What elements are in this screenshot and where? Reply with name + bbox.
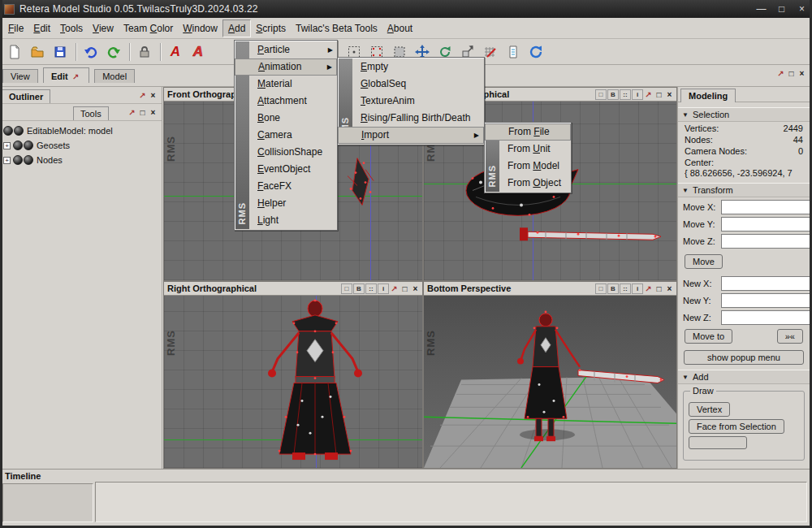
tree-row-geosets[interactable]: + Geosets bbox=[0, 138, 162, 153]
menu-view[interactable]: View bbox=[88, 20, 119, 37]
menu-item-attachment[interactable]: Attachment bbox=[235, 93, 337, 110]
menu-item-facefx[interactable]: FaceFX bbox=[235, 178, 337, 195]
expand-icon[interactable]: + bbox=[3, 142, 11, 149]
menu-add[interactable]: Add bbox=[222, 19, 251, 37]
viewport-toggle-1[interactable]: □ bbox=[341, 283, 352, 294]
tab-edit[interactable]: Edit↗ bbox=[43, 67, 89, 83]
viewport-toggle-1[interactable]: □ bbox=[595, 283, 607, 294]
viewport-toggle-1[interactable]: □ bbox=[595, 89, 607, 100]
viewport-toggle-3[interactable]: :: bbox=[620, 89, 631, 100]
menu-item-animation[interactable]: Animation▶ bbox=[235, 58, 337, 76]
menu-item-collisionshape[interactable]: CollisionShape bbox=[235, 144, 337, 161]
tree-row-nodes[interactable]: + Nodes bbox=[0, 153, 162, 167]
maximize-icon[interactable]: □ bbox=[654, 90, 664, 99]
tab-view[interactable]: View bbox=[2, 69, 38, 83]
menu-window[interactable]: Window bbox=[178, 20, 222, 37]
maximize-icon[interactable]: □ bbox=[400, 284, 410, 293]
draw-partial-button[interactable] bbox=[689, 436, 747, 449]
vertex-tool-a-button[interactable]: A bbox=[165, 41, 186, 63]
new-z-input[interactable] bbox=[721, 310, 810, 325]
viewport-toggle-3[interactable]: :: bbox=[365, 283, 377, 294]
close-icon[interactable]: × bbox=[797, 69, 807, 78]
menu-item-camera[interactable]: Camera bbox=[235, 127, 337, 144]
visibility-eye-icon[interactable] bbox=[24, 141, 33, 150]
popout-icon[interactable]: ↗ bbox=[643, 90, 654, 99]
tab-modeling[interactable]: Modeling bbox=[680, 89, 736, 102]
undo-button[interactable] bbox=[80, 41, 102, 63]
refresh-button[interactable] bbox=[525, 41, 546, 63]
menu-item-helper[interactable]: Helper bbox=[235, 195, 337, 212]
menu-item-eventobject[interactable]: EventObject bbox=[235, 161, 337, 178]
menu-item-from-file[interactable]: From File bbox=[485, 123, 571, 141]
menu-item-textureanim[interactable]: TextureAnim bbox=[338, 93, 484, 110]
window-maximize-button[interactable]: □ bbox=[771, 0, 792, 18]
close-icon[interactable]: × bbox=[148, 91, 158, 100]
tab-model[interactable]: Model bbox=[94, 69, 135, 83]
new-file-button[interactable] bbox=[4, 41, 25, 63]
visibility-eye-icon[interactable] bbox=[3, 126, 13, 136]
popout-icon[interactable]: ↗ bbox=[775, 69, 786, 78]
menu-item-empty[interactable]: Empty bbox=[338, 58, 484, 76]
selection-section-header[interactable]: ▼ Selection bbox=[678, 107, 810, 122]
visibility-eye-icon[interactable] bbox=[13, 155, 23, 165]
add-section-header[interactable]: ▼ Add bbox=[678, 370, 810, 384]
viewport-toggle-3[interactable]: :: bbox=[620, 283, 631, 294]
move-to-button[interactable]: Move to bbox=[685, 329, 732, 344]
tab-tools[interactable]: Tools bbox=[73, 106, 109, 120]
face-from-selection-button[interactable]: Face from Selection bbox=[689, 419, 784, 434]
move-z-input[interactable] bbox=[721, 234, 810, 249]
menu-item-import[interactable]: Import▶ bbox=[338, 127, 484, 144]
move-x-input[interactable] bbox=[721, 200, 810, 214]
popout-icon[interactable]: ↗ bbox=[389, 284, 400, 293]
menu-item-from-unit[interactable]: From Unit bbox=[485, 141, 571, 158]
menu-item-rising-falling-birth-death[interactable]: Rising/Falling Birth/Death bbox=[338, 110, 484, 127]
new-x-input[interactable] bbox=[721, 276, 810, 291]
menu-item-particle[interactable]: Particle▶ bbox=[235, 41, 337, 58]
menu-item-light[interactable]: Light bbox=[235, 212, 337, 229]
move-button[interactable]: Move bbox=[685, 254, 723, 269]
menu-about[interactable]: About bbox=[382, 20, 417, 37]
expand-icon[interactable]: + bbox=[3, 157, 11, 164]
visibility-eye-icon[interactable] bbox=[13, 141, 23, 150]
swap-button[interactable]: »« bbox=[777, 329, 803, 344]
popout-icon[interactable]: ↗ bbox=[643, 284, 654, 293]
transform-section-header[interactable]: ▼ Transform bbox=[678, 183, 810, 197]
popout-icon[interactable]: ↗ bbox=[127, 108, 137, 117]
viewport-right-canvas[interactable]: RMS bbox=[164, 296, 422, 468]
popout-icon[interactable]: ↗ bbox=[137, 91, 148, 100]
menu-scripts[interactable]: Scripts bbox=[251, 20, 291, 37]
open-file-button[interactable] bbox=[27, 41, 48, 63]
show-popup-menu-button[interactable]: show popup menu bbox=[684, 350, 804, 365]
menu-edit[interactable]: Edit bbox=[28, 20, 55, 37]
close-icon[interactable]: × bbox=[148, 108, 158, 117]
menu-twilacs-beta-tools[interactable]: Twilac's Beta Tools bbox=[291, 20, 382, 37]
menu-item-globalseq[interactable]: GlobalSeq bbox=[338, 76, 484, 93]
viewport-toggle-2[interactable]: B bbox=[607, 89, 619, 100]
menu-item-material[interactable]: Material bbox=[235, 76, 337, 93]
tree-row-model[interactable]: EditableModel: model bbox=[0, 123, 162, 138]
menu-tools[interactable]: Tools bbox=[55, 20, 88, 37]
viewport-toggle-2[interactable]: B bbox=[353, 283, 365, 294]
save-button[interactable] bbox=[50, 41, 71, 63]
window-close-button[interactable]: × bbox=[792, 0, 812, 18]
visibility-eye-icon[interactable] bbox=[14, 126, 24, 136]
close-icon[interactable]: × bbox=[664, 90, 675, 99]
viewport-perspective-canvas[interactable]: RMS bbox=[424, 296, 676, 468]
menu-file[interactable]: File bbox=[3, 20, 28, 37]
close-icon[interactable]: × bbox=[664, 284, 675, 293]
window-minimize-button[interactable]: — bbox=[751, 0, 771, 18]
visibility-eye-icon[interactable] bbox=[24, 155, 33, 165]
viewport-toggle-4[interactable]: i bbox=[632, 89, 643, 100]
maximize-icon[interactable]: □ bbox=[654, 284, 664, 293]
lock-button[interactable] bbox=[134, 41, 155, 63]
viewport-toggle-2[interactable]: B bbox=[607, 283, 619, 294]
move-y-input[interactable] bbox=[721, 217, 810, 232]
menu-team-color[interactable]: Team Color bbox=[119, 20, 178, 37]
maximize-icon[interactable]: □ bbox=[137, 108, 148, 117]
timeline-track[interactable] bbox=[95, 482, 807, 522]
timeline-side-box[interactable] bbox=[2, 483, 93, 522]
redo-button[interactable] bbox=[103, 41, 124, 63]
menu-item-from-model[interactable]: From Model bbox=[485, 158, 571, 175]
tab-outliner[interactable]: Outliner bbox=[2, 89, 50, 103]
new-y-input[interactable] bbox=[721, 293, 810, 308]
